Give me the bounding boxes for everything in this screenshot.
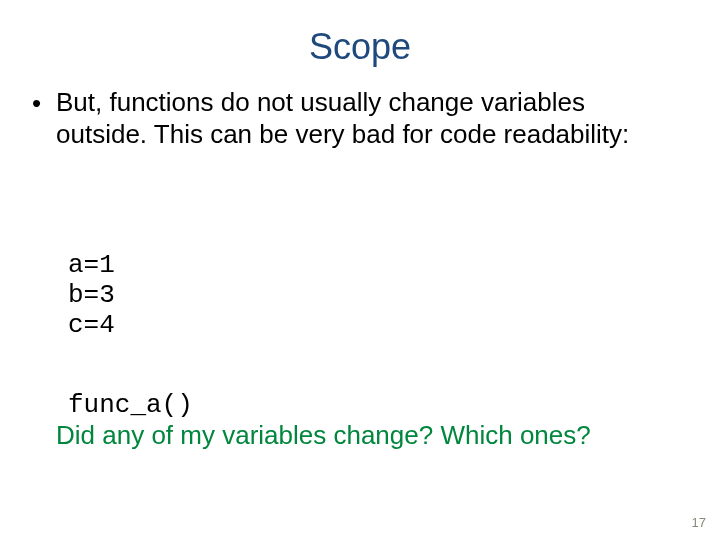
bullet-text: But, functions do not usually change var… bbox=[56, 86, 672, 150]
code-assignments: a=1 b=3 c=4 bbox=[68, 250, 115, 340]
page-number: 17 bbox=[692, 515, 706, 530]
slide-title: Scope bbox=[0, 26, 720, 68]
bullet-marker: • bbox=[32, 86, 56, 120]
question-text: Did any of my variables change? Which on… bbox=[56, 420, 591, 451]
code-function-call: func_a() bbox=[68, 390, 193, 420]
slide: Scope • But, functions do not usually ch… bbox=[0, 0, 720, 540]
bullet-item: • But, functions do not usually change v… bbox=[32, 86, 672, 150]
